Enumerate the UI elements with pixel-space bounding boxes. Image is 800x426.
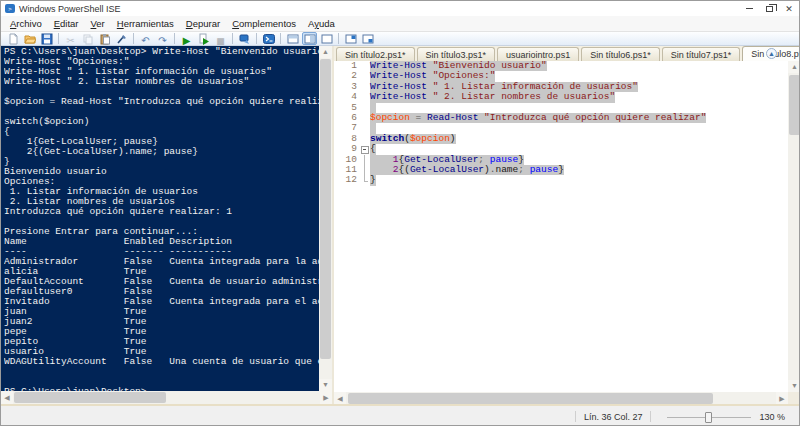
menu-bar: ArchivoEditarVerHerramientasDepurarCompl… <box>1 16 799 32</box>
menu-editar[interactable]: Editar <box>48 17 85 30</box>
show-script-pane-icon <box>345 33 357 45</box>
script-tab-sin-t-tulo7-ps1-[interactable]: Sin título7.ps1* <box>662 47 741 61</box>
console-line: 2. Listar nombres de usuarios <box>4 197 319 207</box>
scroll-right-icon[interactable]: ▶ <box>320 391 332 404</box>
console-line: juan2 True <box>4 317 319 327</box>
window-title: Windows PowerShell ISE <box>19 4 121 14</box>
show-console-pane-icon <box>362 33 374 45</box>
scroll-up-icon[interactable]: ▲ <box>319 46 332 58</box>
console-horizontal-scrollbar[interactable]: ◀ ▶ <box>1 391 332 404</box>
code-text: Write-Host " 2. Listar nombres de usuari… <box>370 92 615 102</box>
tab-label: Sin título6.ps1* <box>590 50 651 60</box>
cut-icon: ✂ <box>66 30 74 48</box>
close-button[interactable]: ✕ <box>779 1 799 16</box>
new-remote-powershell-tab-button[interactable] <box>237 32 252 45</box>
fold-gutter <box>360 175 370 185</box>
console-line <box>4 367 319 377</box>
console-line: { <box>4 127 319 137</box>
run-script-button[interactable]: ▶ <box>179 32 194 45</box>
fold-collapse-icon[interactable] <box>360 144 370 154</box>
stop-button[interactable]: ■ <box>213 32 228 45</box>
toolbar-separator <box>174 33 175 44</box>
line-number: 4 <box>334 92 360 102</box>
zoom-slider[interactable] <box>667 411 751 423</box>
menu-ayuda[interactable]: Ayuda <box>302 17 341 30</box>
console-line: DefaultAccount False Cuenta de usuario a… <box>4 277 319 287</box>
script-tab-sin-t-tulo6-ps1-[interactable]: Sin título6.ps1* <box>581 47 660 61</box>
statusbar-separator <box>575 411 576 422</box>
fold-gutter <box>360 92 370 102</box>
script-pane-maximized-button[interactable] <box>319 32 334 45</box>
run-selection-button[interactable] <box>196 32 211 45</box>
redo-button[interactable]: ↷ <box>155 32 170 45</box>
copy-icon <box>82 33 94 45</box>
line-number: 12 <box>334 175 360 185</box>
console-hscroll-thumb[interactable] <box>14 392 166 403</box>
console-line: usuario True <box>4 347 319 357</box>
line-number: 9 <box>334 144 360 154</box>
editor-vscroll-thumb[interactable] <box>789 75 800 135</box>
script-tab-sin-t-tulo2-ps1-[interactable]: Sin título2.ps1* <box>336 47 415 61</box>
script-pane-right-icon <box>304 33 316 45</box>
paste-button[interactable] <box>97 32 112 45</box>
cut-button[interactable]: ✂ <box>63 32 78 45</box>
console-line: 2{(Get-LocalUser).name; pause} <box>4 147 319 157</box>
start-powershell-button[interactable] <box>261 32 276 45</box>
editor-hscroll-thumb[interactable] <box>348 393 713 404</box>
fold-gutter <box>360 165 370 175</box>
powershell-ise-app-icon: > <box>5 4 15 13</box>
script-editor-pane[interactable]: 1Write-Host "Bienvenido usuario"2Write-H… <box>334 61 788 392</box>
clear-console-button[interactable] <box>114 32 129 45</box>
status-bar: Lín. 36 Col. 27 130 % <box>1 406 799 426</box>
script-tab-sin-t-tulo3-ps1-[interactable]: Sin título3.ps1* <box>417 47 496 61</box>
console-pane[interactable]: PS C:\Users\juan\Desktop> Write-Host "Bi… <box>1 46 319 391</box>
toolbar-separator <box>280 33 281 44</box>
title-bar: > Windows PowerShell ISE ✕ <box>1 1 799 16</box>
copy-button[interactable] <box>80 32 95 45</box>
code-text: $opcion = Read-Host "Introduzca qué opci… <box>370 113 706 123</box>
editor-vertical-scrollbar[interactable]: ▲ ▼ <box>788 61 800 392</box>
toolbar-separator <box>58 33 59 44</box>
show-script-pane-button[interactable] <box>343 32 358 45</box>
powershell-ise-window: > Windows PowerShell ISE ✕ ArchivoEditar… <box>0 0 800 426</box>
save-button[interactable] <box>39 32 54 45</box>
menu-archivo[interactable]: Archivo <box>4 17 48 30</box>
console-vscroll-thumb[interactable] <box>320 59 331 359</box>
minimize-icon <box>746 8 753 9</box>
paste-icon <box>99 33 111 45</box>
zoom-slider-thumb[interactable] <box>705 412 712 423</box>
console-line: Write-Host " 1. Listar información de us… <box>4 67 319 77</box>
scroll-up-icon[interactable]: ▲ <box>788 61 800 73</box>
script-pane-right-button[interactable] <box>302 32 317 45</box>
script-pane-top-icon <box>287 33 299 45</box>
editor-line-8: 8switch($opcion) <box>334 134 788 144</box>
menu-depurar[interactable]: Depurar <box>180 17 226 30</box>
collapse-script-pane-button[interactable]: ▲ <box>766 48 777 59</box>
minimize-button[interactable] <box>739 1 759 16</box>
script-tab-usuariointro-ps1[interactable]: usuariointro.ps1 <box>497 47 579 61</box>
script-pane-top-button[interactable] <box>285 32 300 45</box>
fold-gutter <box>360 123 370 133</box>
console-line: Write-Host " 2. Listar nombres de usuari… <box>4 77 319 87</box>
console-vertical-scrollbar[interactable]: ▲ ▼ <box>319 46 332 391</box>
restore-button[interactable] <box>759 1 779 16</box>
script-tab-strip: Sin título2.ps1*Sin título3.ps1*usuarioi… <box>334 46 800 61</box>
menu-herramientas[interactable]: Herramientas <box>111 17 180 30</box>
menu-ver[interactable]: Ver <box>85 17 111 30</box>
console-line <box>4 377 319 387</box>
open-folder-button[interactable] <box>22 32 37 45</box>
scroll-down-icon[interactable]: ▼ <box>319 379 332 391</box>
scroll-left-icon[interactable]: ◀ <box>1 391 13 404</box>
console-line: 1{Get-LocalUser; pause} <box>4 137 319 147</box>
new-file-button[interactable] <box>5 32 20 45</box>
menu-complementos[interactable]: Complementos <box>226 17 302 30</box>
statusbar-separator <box>650 411 651 422</box>
show-console-pane-button[interactable] <box>360 32 375 45</box>
code-text: } <box>370 175 376 185</box>
fold-gutter <box>360 155 370 165</box>
undo-button[interactable]: ↶ <box>138 32 153 45</box>
scroll-down-icon[interactable]: ▼ <box>788 380 800 392</box>
cursor-position: Lín. 36 Col. 27 <box>584 412 643 422</box>
tab-label: Sin título2.ps1* <box>345 50 406 60</box>
run-selection-icon <box>198 33 210 45</box>
